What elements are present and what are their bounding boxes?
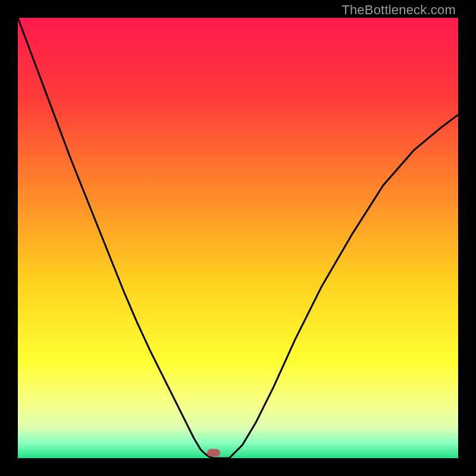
watermark-text: TheBottleneck.com <box>342 2 456 18</box>
plot-area <box>18 18 458 458</box>
chart-frame: TheBottleneck.com <box>0 0 476 476</box>
curve-layer <box>18 18 458 458</box>
bottleneck-curve <box>18 18 458 458</box>
optimum-marker <box>207 449 220 457</box>
